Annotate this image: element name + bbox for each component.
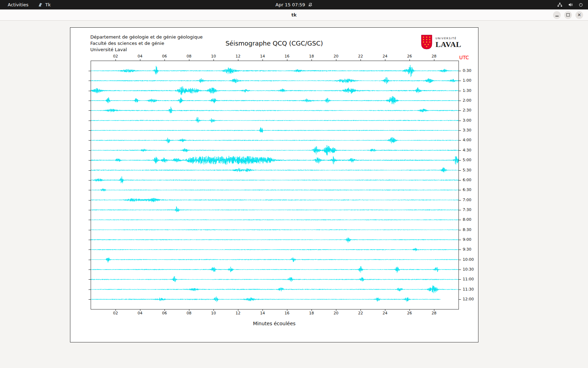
x-tick-label-top: 06 (159, 54, 170, 59)
time-label: 12:00 (463, 297, 474, 301)
time-label: 11:00 (463, 277, 474, 281)
y-tick-mark (89, 170, 91, 171)
close-icon: ✕ (578, 13, 581, 17)
app-menu[interactable]: Tk (38, 2, 50, 7)
header-line-1: Département de géologie et de génie géol… (90, 34, 203, 40)
x-tick-mark (360, 59, 361, 61)
time-label: 9:30 (463, 247, 471, 252)
time-label: 7:30 (463, 207, 471, 212)
notifications-off-icon (308, 2, 313, 7)
seismograph-panel: Département de géologie et de génie géol… (70, 27, 478, 342)
plot-region: UTC 020204040606080810101212141416161818… (91, 61, 459, 309)
x-tick-label-top: 26 (404, 54, 415, 59)
clock-menu[interactable]: Apr 15 07:59 (275, 2, 313, 7)
x-tick-mark (189, 59, 189, 61)
time-label: 1:00 (463, 78, 471, 83)
x-tick-label-top: 14 (257, 54, 268, 59)
maximize-button[interactable] (564, 11, 572, 19)
x-tick-label-bottom: 14 (257, 311, 268, 315)
close-button[interactable]: ✕ (575, 11, 583, 19)
x-tick-mark (238, 59, 238, 61)
time-label: 11:30 (463, 287, 474, 292)
time-label: 7:00 (463, 198, 471, 202)
app-menu-label: Tk (45, 2, 50, 7)
y-tick-mark (458, 289, 461, 290)
institution-header: Département de géologie et de génie géol… (90, 34, 203, 53)
time-label: 4:00 (463, 138, 471, 142)
y-tick-mark (89, 101, 91, 101)
y-tick-mark (89, 160, 91, 161)
maximize-icon (566, 13, 570, 16)
x-tick-mark (262, 59, 263, 61)
time-label: 8:00 (463, 217, 471, 222)
time-label: 3:30 (463, 128, 471, 132)
time-label: 8:30 (463, 227, 471, 232)
y-tick-mark (89, 91, 91, 91)
x-tick-label-bottom: 26 (404, 311, 415, 315)
x-tick-label-bottom: 18 (306, 311, 317, 315)
time-label: 1:30 (463, 88, 471, 93)
window-titlebar[interactable]: tk ✕ (0, 9, 588, 21)
time-label: 6:00 (463, 178, 471, 182)
x-tick-label-bottom: 28 (429, 311, 439, 315)
minimize-icon (555, 16, 559, 16)
activities-button[interactable]: Activities (6, 1, 30, 8)
time-label: 5:00 (463, 158, 471, 162)
network-icon (557, 2, 562, 7)
x-tick-label-top: 16 (282, 54, 292, 59)
time-label: 10:30 (463, 267, 474, 272)
y-tick-mark (89, 71, 91, 71)
y-tick-mark (458, 91, 461, 91)
y-tick-mark (89, 200, 91, 200)
system-status-area[interactable] (557, 2, 588, 7)
desktop: Activities Tk Apr 15 07:59 (0, 0, 588, 368)
y-tick-mark (458, 81, 461, 81)
volume-icon (568, 2, 573, 7)
y-tick-mark (458, 210, 461, 210)
x-tick-label-bottom: 24 (380, 311, 390, 315)
x-tick-label-top: 22 (355, 54, 366, 59)
utc-label: UTC (459, 55, 469, 60)
x-tick-mark (434, 59, 434, 61)
logo-laval-text: LAVAL (435, 41, 461, 48)
y-tick-mark (458, 200, 461, 200)
x-axis-label: Minutes écoulées (253, 321, 296, 326)
x-tick-label-bottom: 10 (208, 311, 219, 315)
y-tick-mark (89, 299, 91, 300)
x-tick-label-top: 12 (233, 54, 243, 59)
window-title: tk (0, 12, 588, 18)
y-tick-mark (458, 299, 461, 300)
header-line-3: Université Laval (90, 47, 203, 53)
header-line-2: Faculté des sciences et de génie (90, 40, 203, 47)
x-tick-label-top: 18 (306, 54, 317, 59)
y-tick-mark (458, 121, 461, 121)
y-tick-mark (89, 150, 91, 151)
x-tick-label-top: 08 (184, 54, 194, 59)
time-label: 4:30 (463, 148, 471, 152)
time-label: 2:30 (463, 108, 471, 113)
y-tick-mark (458, 160, 461, 161)
x-tick-label-top: 28 (429, 54, 439, 59)
time-label: 3:00 (463, 118, 471, 123)
clock-label: Apr 15 07:59 (275, 2, 305, 7)
x-tick-label-bottom: 20 (331, 311, 341, 315)
time-label: 0:30 (463, 68, 471, 73)
minimize-button[interactable] (553, 11, 561, 19)
y-tick-mark (458, 250, 461, 250)
x-tick-mark (140, 59, 140, 61)
x-tick-label-bottom: 12 (233, 311, 243, 315)
y-tick-mark (458, 270, 461, 270)
x-tick-mark (336, 59, 336, 61)
x-tick-mark (115, 59, 116, 61)
y-tick-mark (458, 240, 461, 240)
x-tick-label-bottom: 08 (184, 311, 194, 315)
y-tick-mark (458, 180, 461, 180)
x-tick-label-bottom: 04 (135, 311, 145, 315)
y-tick-mark (458, 260, 461, 260)
power-icon (579, 2, 583, 7)
x-tick-label-top: 24 (380, 54, 390, 59)
y-tick-mark (458, 140, 461, 141)
y-tick-mark (89, 81, 91, 81)
y-tick-mark (89, 250, 91, 250)
y-tick-mark (458, 220, 461, 220)
